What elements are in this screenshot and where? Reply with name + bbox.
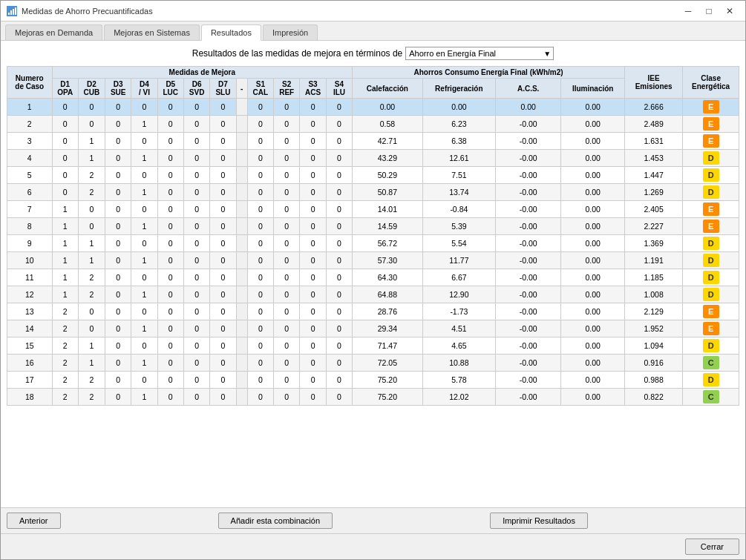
cell-ref: 6.38: [422, 133, 495, 150]
cell-d2: 2: [78, 184, 105, 201]
svg-rect-3: [13, 9, 14, 15]
cell-s4: 0: [326, 184, 352, 201]
close-window-button[interactable]: ✕: [720, 4, 739, 18]
cell-iee: 0.988: [625, 372, 683, 389]
cell-ilu: 0.00: [561, 286, 625, 303]
cell-acs: -0.00: [496, 337, 561, 355]
main-window: Medidas de Ahorro Precuantificadas ─ □ ✕…: [0, 0, 746, 560]
cell-d2: 0: [78, 116, 105, 133]
cell-iee: 0.916: [625, 355, 683, 372]
cell-s1: 0: [247, 389, 273, 406]
cell-caso: 8: [7, 218, 53, 235]
cell-d4: 1: [131, 286, 157, 303]
cell-s1: 0: [247, 184, 273, 201]
cell-d4: 1: [131, 355, 157, 372]
cell-separator: [236, 150, 247, 167]
cell-d3: 0: [105, 269, 131, 286]
cell-clase: E: [683, 99, 739, 116]
cell-iee: 1.369: [625, 235, 683, 252]
svg-rect-1: [8, 13, 10, 15]
clase-badge: E: [703, 134, 719, 148]
cell-ref: 7.51: [422, 167, 495, 184]
cell-d1: 0: [52, 99, 78, 116]
cell-s1: 0: [247, 235, 273, 252]
clase-badge: E: [703, 100, 719, 113]
cell-d3: 0: [105, 201, 131, 218]
cell-d4: 0: [131, 99, 157, 116]
tab-impresion[interactable]: Impresión: [263, 24, 318, 40]
anadir-button[interactable]: Añadir esta combinación: [218, 513, 333, 529]
cell-caso: 1: [7, 99, 53, 116]
table-row: 152100000000071.474.65-0.000.001.094D: [7, 337, 739, 355]
cell-d2: 1: [78, 150, 105, 167]
cell-d6: 0: [183, 201, 209, 218]
cell-s1: 0: [247, 269, 273, 286]
col-header-medidas: Medidas de Mejora: [52, 67, 353, 79]
tab-mejoras-sistemas[interactable]: Mejoras en Sistemas: [104, 24, 200, 40]
cell-clase: D: [683, 269, 739, 286]
anterior-button[interactable]: Anterior: [7, 513, 61, 529]
minimize-button[interactable]: ─: [678, 4, 698, 18]
cell-s1: 0: [247, 201, 273, 218]
cell-ref: 5.78: [422, 372, 495, 389]
imprimir-button[interactable]: Imprimir Resultados: [490, 513, 588, 529]
title-bar: Medidas de Ahorro Precuantificadas ─ □ ✕: [1, 1, 745, 22]
energy-type-dropdown[interactable]: Ahorro en Energía Final Ahorro en Energí…: [405, 47, 554, 60]
cell-cal: 29.34: [353, 320, 423, 337]
cell-d7: 0: [210, 150, 236, 167]
cell-s3: 0: [300, 320, 326, 337]
cell-acs: -0.00: [496, 116, 561, 133]
cell-d5: 0: [157, 133, 183, 150]
cell-ilu: 0.00: [561, 99, 625, 116]
cell-separator: [236, 252, 247, 269]
cell-cal: 14.59: [353, 218, 423, 235]
cell-acs: -0.00: [496, 286, 561, 303]
cell-s3: 0: [300, 133, 326, 150]
cell-s1: 0: [247, 167, 273, 184]
cell-d2: 2: [78, 269, 105, 286]
cell-separator: [236, 133, 247, 150]
cell-s2: 0: [274, 235, 300, 252]
cell-separator: [236, 269, 247, 286]
clase-badge: D: [703, 185, 719, 199]
cell-d3: 0: [105, 116, 131, 133]
cell-d1: 1: [52, 218, 78, 235]
clase-badge: C: [703, 390, 719, 403]
cell-d3: 0: [105, 184, 131, 201]
cell-d2: 0: [78, 320, 105, 337]
cell-d2: 1: [78, 337, 105, 355]
table-row: 142001000000029.344.51-0.000.001.952E: [7, 320, 739, 337]
cell-d5: 0: [157, 184, 183, 201]
maximize-button[interactable]: □: [699, 4, 719, 18]
cell-ilu: 0.00: [561, 355, 625, 372]
cell-s4: 0: [326, 218, 352, 235]
cerrar-button[interactable]: Cerrar: [685, 538, 739, 555]
cell-cal: 64.30: [353, 269, 423, 286]
cell-acs: -0.00: [496, 252, 561, 269]
clase-badge: E: [703, 220, 719, 233]
cell-d6: 0: [183, 116, 209, 133]
cell-s3: 0: [300, 235, 326, 252]
cell-iee: 1.094: [625, 337, 683, 355]
cell-d4: 1: [131, 218, 157, 235]
cell-d1: 2: [52, 337, 78, 355]
cell-d6: 0: [183, 252, 209, 269]
cell-cal: 57.30: [353, 252, 423, 269]
cell-d4: 1: [131, 150, 157, 167]
cell-s4: 0: [326, 355, 352, 372]
tab-mejoras-demanda[interactable]: Mejoras en Demanda: [5, 24, 102, 40]
cell-d1: 1: [52, 269, 78, 286]
cell-s2: 0: [274, 133, 300, 150]
cell-d4: 0: [131, 337, 157, 355]
cell-d3: 0: [105, 133, 131, 150]
cell-clase: D: [683, 184, 739, 201]
col-header-d3: D3SUE: [105, 79, 131, 99]
cell-s2: 0: [274, 167, 300, 184]
tab-resultados[interactable]: Resultados: [201, 24, 261, 41]
cell-d4: 0: [131, 372, 157, 389]
title-bar-left: Medidas de Ahorro Precuantificadas: [7, 6, 153, 16]
cell-iee: 1.453: [625, 150, 683, 167]
col-header-d5: D5LUC: [157, 79, 183, 99]
col-header-d2: D2CUB: [78, 79, 105, 99]
cell-d7: 0: [210, 167, 236, 184]
